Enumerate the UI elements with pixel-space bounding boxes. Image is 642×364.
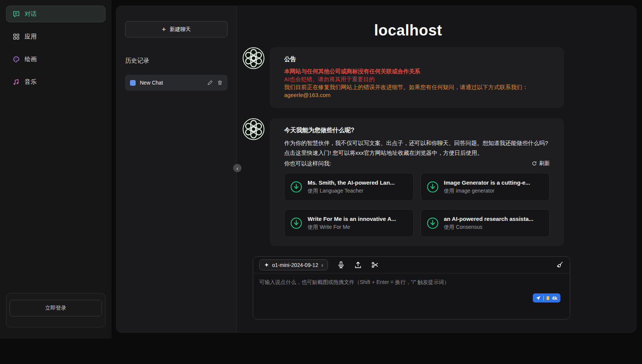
suggestion-texts: Image Generator is a cutting-e... 使用 ima… bbox=[444, 179, 530, 194]
plus-icon: + bbox=[162, 26, 166, 33]
message-welcome: 今天我能为您做些什么呢? 作为你的智慧伙伴，我不仅可以写文案、出点子，还可以和你… bbox=[243, 118, 574, 246]
suggestion-subtitle: 使用 Consensus bbox=[444, 224, 534, 231]
circle-arrow-icon bbox=[426, 217, 439, 230]
message-announcement: 公告 本网站与任何其他公司或商标没有任何关联或合作关系 AI也会犯错。请勿将其用… bbox=[243, 47, 574, 108]
message-input[interactable] bbox=[253, 273, 570, 319]
announcement-line-3: 我们目前正在修复我们网站上的错误并改进细节。如果您有任何疑问，请通过以下方式联系… bbox=[284, 83, 550, 91]
refresh-icon bbox=[532, 161, 537, 166]
suggestion-subtitle: 使用 image generator bbox=[444, 188, 530, 194]
clear-broom-icon[interactable] bbox=[556, 261, 564, 269]
sparkle-icon bbox=[264, 262, 269, 267]
send-button[interactable]: 4k bbox=[533, 293, 560, 302]
trash-icon[interactable] bbox=[217, 80, 223, 85]
chat-main: localhost bbox=[237, 6, 636, 332]
suggestion-texts: an AI-powered research assista... 使用 Con… bbox=[444, 216, 534, 231]
chat-item-title: New Chat bbox=[140, 80, 163, 86]
assistant-avatar-openai-icon bbox=[243, 47, 265, 69]
sidebar-item-drawing[interactable]: 绘画 bbox=[6, 51, 105, 68]
contact-email-link[interactable]: ageerle@163.com bbox=[284, 92, 331, 98]
sidebar: 对话 应用 绘画 bbox=[0, 0, 111, 339]
history-heading: 历史记录 bbox=[125, 57, 227, 65]
suggestion-title: Image Generator is a cutting-e... bbox=[444, 179, 530, 186]
sidebar-item-music[interactable]: 音乐 bbox=[6, 74, 105, 90]
model-selector[interactable]: o1-mini-2024-09-12 › bbox=[259, 259, 328, 270]
chevron-left-icon: ‹ bbox=[237, 165, 238, 171]
chat-input-panel: o1-mini-2024-09-12 › bbox=[253, 256, 570, 319]
edit-pencil-icon[interactable] bbox=[207, 80, 213, 85]
token-count: 4k bbox=[552, 295, 557, 301]
refresh-button[interactable]: 刷新 bbox=[532, 160, 550, 167]
input-toolbar: o1-mini-2024-09-12 › bbox=[253, 257, 570, 273]
login-button[interactable]: 立即登录 bbox=[9, 300, 102, 316]
suggestion-texts: Ms. Smith, the AI-powered Lan... 使用 Lang… bbox=[308, 179, 394, 194]
badge-divider bbox=[543, 296, 544, 301]
palette-icon bbox=[12, 56, 20, 63]
sidebar-item-label: 音乐 bbox=[25, 78, 37, 86]
new-chat-label: 新建聊天 bbox=[170, 26, 191, 33]
sidebar-item-label: 绘画 bbox=[25, 56, 37, 63]
microphone-icon[interactable] bbox=[337, 261, 345, 269]
announcement-title: 公告 bbox=[284, 56, 550, 63]
apps-grid-icon bbox=[12, 33, 20, 40]
chat-body: localhost bbox=[243, 22, 574, 319]
new-chat-button[interactable]: + 新建聊天 bbox=[125, 21, 227, 37]
model-label: o1-mini-2024-09-12 bbox=[272, 262, 318, 268]
suggestion-card[interactable]: Write For Me is an innovative A... 使用 Wr… bbox=[284, 209, 414, 237]
collapse-sidebar-handle[interactable]: ‹ bbox=[233, 164, 241, 172]
ask-row: 你也可以这样问我: 刷新 bbox=[284, 159, 550, 168]
content-panel: + 新建聊天 历史记录 New Chat bbox=[116, 6, 636, 333]
suggestion-title: an AI-powered research assista... bbox=[444, 216, 534, 222]
welcome-bubble: 今天我能为您做些什么呢? 作为你的智慧伙伴，我不仅可以写文案、出点子，还可以和你… bbox=[270, 118, 564, 246]
chat-bubble-icon bbox=[12, 10, 20, 18]
sidebar-item-label: 对话 bbox=[25, 10, 37, 18]
chat-list-item[interactable]: New Chat bbox=[125, 75, 227, 91]
scissors-icon[interactable] bbox=[371, 261, 379, 269]
welcome-title: 今天我能为您做些什么呢? bbox=[284, 126, 550, 134]
announcement-bubble: 公告 本网站与任何其他公司或商标没有任何关联或合作关系 AI也会犯错。请勿将其用… bbox=[270, 47, 564, 108]
chat-item-actions bbox=[207, 80, 223, 85]
sidebar-item-chat[interactable]: 对话 bbox=[6, 6, 105, 22]
circle-arrow-icon bbox=[290, 217, 303, 230]
suggestion-grid: Ms. Smith, the AI-powered Lan... 使用 Lang… bbox=[284, 173, 550, 237]
suggestion-subtitle: 使用 Language Teacher bbox=[308, 188, 394, 194]
music-note-icon bbox=[12, 78, 20, 86]
suggestion-card[interactable]: Ms. Smith, the AI-powered Lan... 使用 Lang… bbox=[284, 173, 414, 201]
assistant-avatar-openai-icon bbox=[243, 118, 265, 140]
suggestion-card[interactable]: Image Generator is a cutting-e... 使用 ima… bbox=[421, 173, 550, 201]
suggestion-subtitle: 使用 Write For Me bbox=[308, 224, 396, 231]
suggestion-title: Ms. Smith, the AI-powered Lan... bbox=[308, 179, 394, 186]
sidebar-item-label: 应用 bbox=[25, 33, 37, 41]
suggestion-card[interactable]: an AI-powered research assista... 使用 Con… bbox=[421, 209, 550, 237]
page-title: localhost bbox=[243, 22, 574, 39]
suggestion-title: Write For Me is an innovative A... bbox=[308, 216, 396, 222]
announcement-line-2: AI也会犯错。请勿将其用于重要目的 bbox=[284, 75, 550, 83]
token-battery-icon bbox=[546, 296, 549, 300]
suggestion-texts: Write For Me is an innovative A... 使用 Wr… bbox=[308, 216, 396, 231]
sidebar-item-apps[interactable]: 应用 bbox=[6, 28, 105, 45]
chat-color-icon bbox=[130, 80, 136, 86]
app-root: 对话 应用 绘画 bbox=[0, 0, 642, 364]
paper-plane-icon bbox=[536, 296, 541, 301]
refresh-label: 刷新 bbox=[539, 160, 550, 167]
login-box: 立即登录 bbox=[6, 293, 105, 327]
chat-list-panel: + 新建聊天 历史记录 New Chat bbox=[116, 6, 237, 332]
welcome-body: 作为你的智慧伙伴，我不仅可以写文案、出点子，还可以和你聊天、回答问题。想知道我还… bbox=[284, 138, 550, 158]
chevron-right-icon: › bbox=[321, 262, 323, 268]
upload-icon[interactable] bbox=[354, 261, 362, 269]
ask-label: 你也可以这样问我: bbox=[284, 159, 331, 168]
announcement-line-1: 本网站与任何其他公司或商标没有任何关联或合作关系 bbox=[284, 67, 550, 75]
circle-arrow-icon bbox=[426, 180, 439, 193]
circle-arrow-icon bbox=[290, 180, 303, 193]
